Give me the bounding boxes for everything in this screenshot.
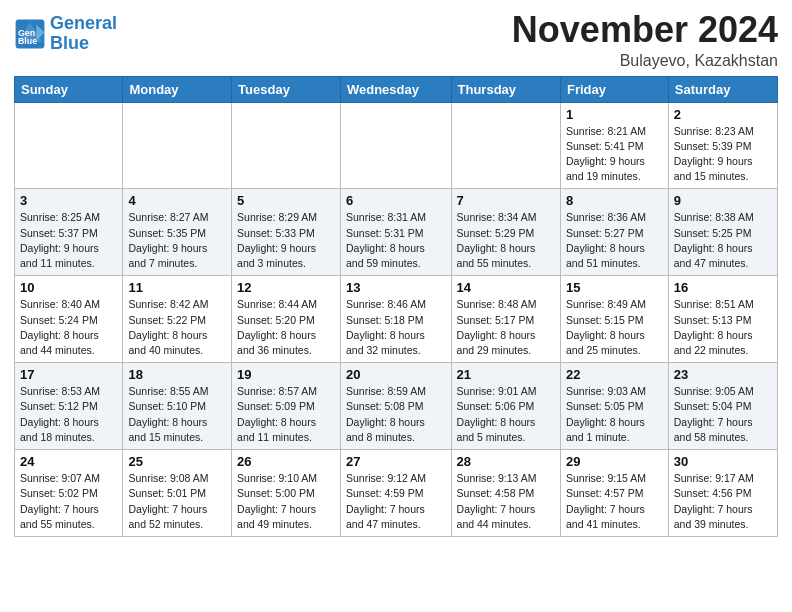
day-info: Sunrise: 8:48 AM Sunset: 5:17 PM Dayligh… [457, 297, 555, 358]
table-row: 28Sunrise: 9:13 AM Sunset: 4:58 PM Dayli… [451, 450, 560, 537]
table-row: 3Sunrise: 8:25 AM Sunset: 5:37 PM Daylig… [15, 189, 123, 276]
day-number: 24 [20, 454, 117, 469]
day-info: Sunrise: 9:08 AM Sunset: 5:01 PM Dayligh… [128, 471, 226, 532]
day-info: Sunrise: 9:17 AM Sunset: 4:56 PM Dayligh… [674, 471, 772, 532]
day-info: Sunrise: 8:23 AM Sunset: 5:39 PM Dayligh… [674, 124, 772, 185]
day-number: 27 [346, 454, 446, 469]
day-number: 2 [674, 107, 772, 122]
svg-text:Blue: Blue [18, 36, 37, 46]
table-row: 14Sunrise: 8:48 AM Sunset: 5:17 PM Dayli… [451, 276, 560, 363]
table-row [451, 102, 560, 189]
logo-text: General Blue [50, 14, 117, 54]
day-number: 21 [457, 367, 555, 382]
day-number: 4 [128, 193, 226, 208]
table-row: 8Sunrise: 8:36 AM Sunset: 5:27 PM Daylig… [560, 189, 668, 276]
calendar-page: Gen Blue General Blue November 2024 Bula… [0, 0, 792, 551]
day-number: 20 [346, 367, 446, 382]
logo: Gen Blue General Blue [14, 14, 117, 54]
day-number: 25 [128, 454, 226, 469]
col-monday: Monday [123, 76, 232, 102]
day-number: 12 [237, 280, 335, 295]
table-row: 22Sunrise: 9:03 AM Sunset: 5:05 PM Dayli… [560, 363, 668, 450]
table-row: 30Sunrise: 9:17 AM Sunset: 4:56 PM Dayli… [668, 450, 777, 537]
header: Gen Blue General Blue November 2024 Bula… [14, 10, 778, 70]
col-thursday: Thursday [451, 76, 560, 102]
day-number: 10 [20, 280, 117, 295]
col-saturday: Saturday [668, 76, 777, 102]
table-row: 6Sunrise: 8:31 AM Sunset: 5:31 PM Daylig… [340, 189, 451, 276]
table-row: 27Sunrise: 9:12 AM Sunset: 4:59 PM Dayli… [340, 450, 451, 537]
day-number: 26 [237, 454, 335, 469]
day-number: 22 [566, 367, 663, 382]
day-info: Sunrise: 8:42 AM Sunset: 5:22 PM Dayligh… [128, 297, 226, 358]
calendar-week-row: 3Sunrise: 8:25 AM Sunset: 5:37 PM Daylig… [15, 189, 778, 276]
day-info: Sunrise: 8:31 AM Sunset: 5:31 PM Dayligh… [346, 210, 446, 271]
table-row: 17Sunrise: 8:53 AM Sunset: 5:12 PM Dayli… [15, 363, 123, 450]
day-info: Sunrise: 9:13 AM Sunset: 4:58 PM Dayligh… [457, 471, 555, 532]
table-row: 25Sunrise: 9:08 AM Sunset: 5:01 PM Dayli… [123, 450, 232, 537]
title-block: November 2024 Bulayevo, Kazakhstan [512, 10, 778, 70]
table-row: 19Sunrise: 8:57 AM Sunset: 5:09 PM Dayli… [232, 363, 341, 450]
day-info: Sunrise: 8:34 AM Sunset: 5:29 PM Dayligh… [457, 210, 555, 271]
location: Bulayevo, Kazakhstan [512, 52, 778, 70]
table-row: 12Sunrise: 8:44 AM Sunset: 5:20 PM Dayli… [232, 276, 341, 363]
table-row: 11Sunrise: 8:42 AM Sunset: 5:22 PM Dayli… [123, 276, 232, 363]
day-number: 19 [237, 367, 335, 382]
table-row [340, 102, 451, 189]
table-row [15, 102, 123, 189]
day-info: Sunrise: 8:49 AM Sunset: 5:15 PM Dayligh… [566, 297, 663, 358]
col-tuesday: Tuesday [232, 76, 341, 102]
calendar-body: 1Sunrise: 8:21 AM Sunset: 5:41 PM Daylig… [15, 102, 778, 536]
day-number: 23 [674, 367, 772, 382]
day-info: Sunrise: 9:01 AM Sunset: 5:06 PM Dayligh… [457, 384, 555, 445]
day-number: 30 [674, 454, 772, 469]
table-row: 20Sunrise: 8:59 AM Sunset: 5:08 PM Dayli… [340, 363, 451, 450]
calendar-header-row: Sunday Monday Tuesday Wednesday Thursday… [15, 76, 778, 102]
table-row: 1Sunrise: 8:21 AM Sunset: 5:41 PM Daylig… [560, 102, 668, 189]
day-info: Sunrise: 8:27 AM Sunset: 5:35 PM Dayligh… [128, 210, 226, 271]
day-number: 18 [128, 367, 226, 382]
day-info: Sunrise: 9:10 AM Sunset: 5:00 PM Dayligh… [237, 471, 335, 532]
day-info: Sunrise: 8:21 AM Sunset: 5:41 PM Dayligh… [566, 124, 663, 185]
day-number: 3 [20, 193, 117, 208]
day-number: 16 [674, 280, 772, 295]
day-info: Sunrise: 8:57 AM Sunset: 5:09 PM Dayligh… [237, 384, 335, 445]
day-info: Sunrise: 9:15 AM Sunset: 4:57 PM Dayligh… [566, 471, 663, 532]
day-number: 17 [20, 367, 117, 382]
day-number: 15 [566, 280, 663, 295]
table-row: 13Sunrise: 8:46 AM Sunset: 5:18 PM Dayli… [340, 276, 451, 363]
table-row: 24Sunrise: 9:07 AM Sunset: 5:02 PM Dayli… [15, 450, 123, 537]
table-row: 21Sunrise: 9:01 AM Sunset: 5:06 PM Dayli… [451, 363, 560, 450]
logo-line2: Blue [50, 33, 89, 53]
col-sunday: Sunday [15, 76, 123, 102]
logo-icon: Gen Blue [14, 18, 46, 50]
table-row: 29Sunrise: 9:15 AM Sunset: 4:57 PM Dayli… [560, 450, 668, 537]
table-row: 9Sunrise: 8:38 AM Sunset: 5:25 PM Daylig… [668, 189, 777, 276]
day-number: 14 [457, 280, 555, 295]
day-number: 5 [237, 193, 335, 208]
calendar-table: Sunday Monday Tuesday Wednesday Thursday… [14, 76, 778, 537]
day-info: Sunrise: 8:38 AM Sunset: 5:25 PM Dayligh… [674, 210, 772, 271]
calendar-week-row: 1Sunrise: 8:21 AM Sunset: 5:41 PM Daylig… [15, 102, 778, 189]
day-number: 7 [457, 193, 555, 208]
day-info: Sunrise: 8:40 AM Sunset: 5:24 PM Dayligh… [20, 297, 117, 358]
col-wednesday: Wednesday [340, 76, 451, 102]
table-row: 16Sunrise: 8:51 AM Sunset: 5:13 PM Dayli… [668, 276, 777, 363]
day-info: Sunrise: 8:29 AM Sunset: 5:33 PM Dayligh… [237, 210, 335, 271]
day-number: 9 [674, 193, 772, 208]
col-friday: Friday [560, 76, 668, 102]
table-row [232, 102, 341, 189]
logo-line1: General [50, 13, 117, 33]
calendar-week-row: 10Sunrise: 8:40 AM Sunset: 5:24 PM Dayli… [15, 276, 778, 363]
table-row: 18Sunrise: 8:55 AM Sunset: 5:10 PM Dayli… [123, 363, 232, 450]
day-info: Sunrise: 8:55 AM Sunset: 5:10 PM Dayligh… [128, 384, 226, 445]
day-info: Sunrise: 8:46 AM Sunset: 5:18 PM Dayligh… [346, 297, 446, 358]
table-row: 4Sunrise: 8:27 AM Sunset: 5:35 PM Daylig… [123, 189, 232, 276]
day-info: Sunrise: 8:53 AM Sunset: 5:12 PM Dayligh… [20, 384, 117, 445]
calendar-week-row: 24Sunrise: 9:07 AM Sunset: 5:02 PM Dayli… [15, 450, 778, 537]
day-info: Sunrise: 8:25 AM Sunset: 5:37 PM Dayligh… [20, 210, 117, 271]
table-row: 2Sunrise: 8:23 AM Sunset: 5:39 PM Daylig… [668, 102, 777, 189]
month-title: November 2024 [512, 10, 778, 50]
day-number: 8 [566, 193, 663, 208]
table-row: 7Sunrise: 8:34 AM Sunset: 5:29 PM Daylig… [451, 189, 560, 276]
